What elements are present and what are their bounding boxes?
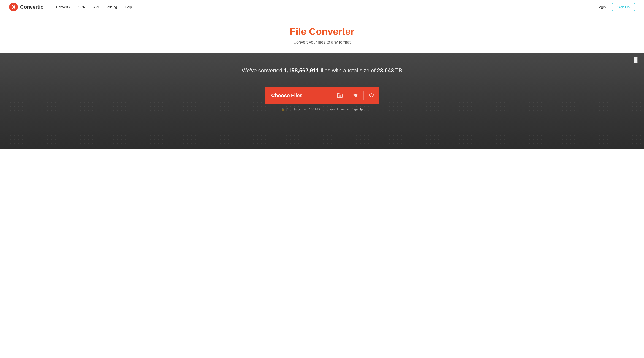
svg-line-2 xyxy=(341,96,342,97)
dropbox-icon xyxy=(352,92,359,99)
stats-size: 23,043 xyxy=(377,67,394,74)
hero-section: File Converter Convert your files to any… xyxy=(0,14,644,53)
header-auth: Login Sign Up xyxy=(594,3,635,11)
main-nav: Convert ▾ OCR API Pricing Help xyxy=(53,3,594,11)
dropbox-button[interactable] xyxy=(348,87,364,104)
google-drive-button[interactable] xyxy=(364,87,379,104)
logo-text: Convertio xyxy=(20,4,44,10)
lock-icon: 🔒 xyxy=(281,107,285,111)
stats-count: 1,158,562,911 xyxy=(284,67,319,74)
local-files-button[interactable] xyxy=(332,87,348,104)
login-button[interactable]: Login xyxy=(594,3,608,11)
google-drive-icon xyxy=(368,92,375,99)
nav-item-convert[interactable]: Convert ▾ xyxy=(53,3,74,11)
drop-hint: 🔒 Drop files here. 100 MB maximum file s… xyxy=(281,107,363,111)
logo-icon xyxy=(9,3,18,12)
close-button[interactable]: × xyxy=(634,57,638,63)
logo-link[interactable]: Convertio xyxy=(9,3,44,12)
site-header: Convertio Convert ▾ OCR API Pricing Help… xyxy=(0,0,644,14)
nav-item-ocr[interactable]: OCR xyxy=(74,3,88,11)
nav-item-api[interactable]: API xyxy=(90,3,102,11)
signup-link[interactable]: Sign Up xyxy=(351,107,363,111)
signup-button[interactable]: Sign Up xyxy=(612,3,635,11)
converter-section: × We've converted 1,158,562,911 files wi… xyxy=(0,53,644,149)
upload-area: Choose Files xyxy=(4,87,640,111)
page-title: File Converter xyxy=(4,26,640,37)
stats-text: We've converted 1,158,562,911 files with… xyxy=(4,67,640,75)
choose-files-label: Choose Files xyxy=(265,93,332,99)
folder-icon xyxy=(337,92,343,99)
hero-subtitle: Convert your files to any format xyxy=(4,40,640,45)
nav-item-pricing[interactable]: Pricing xyxy=(104,3,120,11)
nav-item-help[interactable]: Help xyxy=(122,3,135,11)
convert-chevron-icon: ▾ xyxy=(69,6,70,8)
choose-files-button[interactable]: Choose Files xyxy=(265,87,379,104)
